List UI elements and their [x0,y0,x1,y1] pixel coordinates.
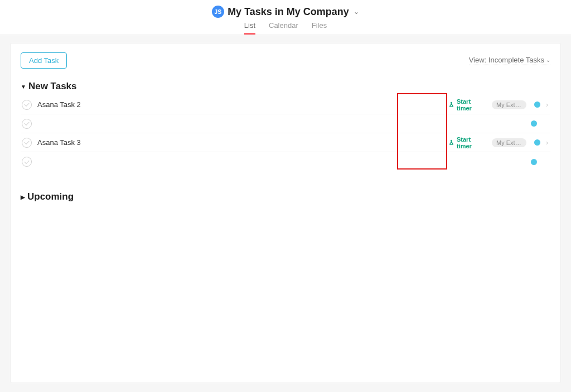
project-pill[interactable]: My Extern... [492,100,526,109]
view-selector-label: View: Incomplete Tasks [469,56,544,64]
start-timer-label: Start timer [457,136,482,149]
triangle-down-icon: ▼ [21,84,26,90]
title-row[interactable]: JS My Tasks in My Company ⌄ [212,6,359,18]
tab-files[interactable]: Files [312,21,327,35]
assignee-avatar[interactable] [534,101,540,108]
project-pill[interactable]: My Extern... [492,138,526,147]
start-timer-label: Start timer [457,98,482,112]
task-row[interactable] [21,152,550,171]
complete-check-icon[interactable] [22,138,32,148]
section-header-upcoming[interactable]: ▶ Upcoming [21,187,550,206]
assignee-avatar[interactable] [531,120,537,127]
complete-check-icon[interactable] [22,157,32,167]
tab-list[interactable]: List [244,21,255,35]
start-timer-button[interactable]: Start timer [444,134,486,152]
timer-icon [448,139,454,146]
user-avatar-badge[interactable]: JS [212,6,224,18]
section-new-tasks: ▼ New Tasks Asana Task 2 Start timer My … [11,76,560,171]
task-row[interactable]: Asana Task 2 Start timer My Extern... › [21,95,550,114]
assignee-avatar[interactable] [534,139,540,146]
assignee-avatar[interactable] [531,159,537,165]
section-title: Upcoming [27,191,74,202]
top-header: JS My Tasks in My Company ⌄ List Calenda… [0,0,571,35]
section-title: New Tasks [28,81,77,92]
svg-point-0 [451,102,452,103]
view-selector[interactable]: View: Incomplete Tasks ⌄ [469,56,550,65]
timer-icon [448,101,454,108]
task-row[interactable]: Asana Task 3 Start timer My Extern... › [21,133,550,152]
page-title: My Tasks in My Company [228,6,349,18]
chevron-right-icon[interactable]: › [546,101,548,109]
chevron-down-icon: ⌄ [546,57,550,63]
tab-calendar[interactable]: Calendar [269,21,298,35]
complete-check-icon[interactable] [22,119,32,129]
chevron-down-icon[interactable]: ⌄ [354,8,359,16]
section-upcoming: ▶ Upcoming [11,187,560,206]
section-header-new-tasks[interactable]: ▼ New Tasks [21,76,550,95]
task-title[interactable]: Asana Task 3 [37,138,81,147]
start-timer-button[interactable]: Start timer [444,96,486,114]
main-area: Add Task View: Incomplete Tasks ⌄ ▼ New … [0,35,571,391]
task-row[interactable] [21,114,550,133]
task-card: Add Task View: Incomplete Tasks ⌄ ▼ New … [10,43,561,383]
complete-check-icon[interactable] [22,100,32,110]
card-toolbar: Add Task View: Incomplete Tasks ⌄ [11,52,560,76]
add-task-button[interactable]: Add Task [21,52,67,69]
task-title[interactable]: Asana Task 2 [37,100,81,109]
triangle-right-icon: ▶ [21,194,25,200]
tabs: List Calendar Files [244,21,327,35]
svg-point-1 [451,140,452,141]
chevron-right-icon[interactable]: › [546,139,548,147]
